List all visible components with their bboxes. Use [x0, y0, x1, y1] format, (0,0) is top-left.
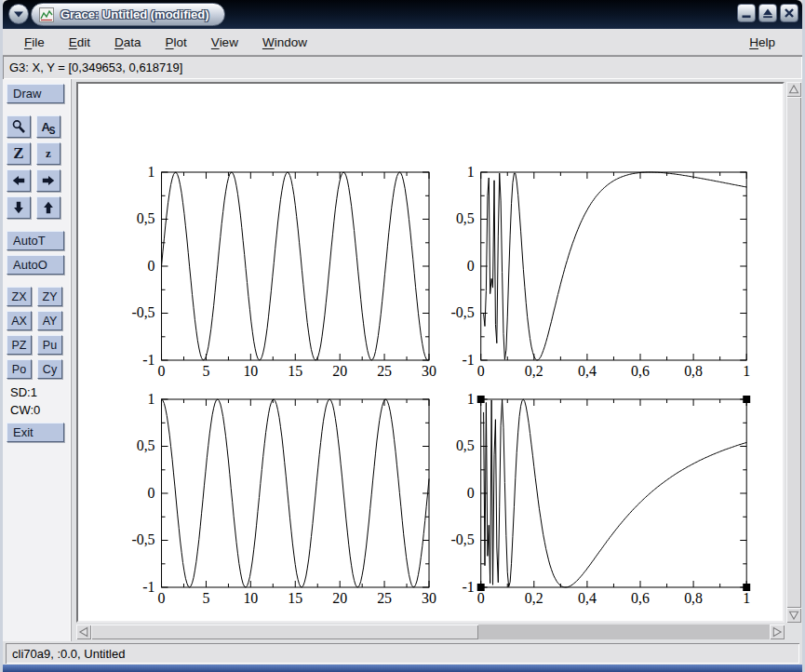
horizontal-scrollbar-thumb[interactable] — [91, 625, 478, 639]
graph-frame — [481, 399, 746, 587]
scrollbar-down-button[interactable] — [786, 608, 801, 623]
scrollbar-right-button[interactable] — [770, 625, 785, 639]
pz-button[interactable]: PZ — [7, 335, 32, 355]
x-tick-label: 0 — [477, 590, 485, 606]
x-tick-label: 0,2 — [525, 363, 543, 379]
curve-cos(x) — [162, 399, 429, 587]
x-tick-label: 15 — [288, 590, 302, 606]
curve-cos(1/x) — [484, 399, 747, 587]
selection-handle[interactable] — [477, 396, 485, 403]
zy-button[interactable]: ZY — [37, 287, 62, 306]
window-menu-button[interactable] — [8, 4, 29, 24]
grace-window: Grace: Untitled (modified) FileEditDataP… — [0, 0, 805, 672]
vertical-scrollbar[interactable] — [786, 82, 801, 623]
y-tick-label: -1 — [463, 579, 475, 595]
y-tick-label: -1 — [142, 352, 154, 368]
triangle-right-icon — [771, 626, 783, 638]
window-controls — [737, 4, 798, 22]
cw-label: CW:0 — [7, 401, 71, 419]
menu-view[interactable]: View — [199, 35, 250, 49]
x-tick-label: 0,6 — [631, 590, 650, 606]
exit-button[interactable]: Exit — [7, 423, 64, 442]
maximize-button[interactable] — [758, 4, 777, 22]
menu-file[interactable]: File — [12, 35, 57, 49]
window-title: Grace: Untitled (modified) — [60, 7, 209, 21]
autoo-button[interactable]: AutoO — [7, 255, 64, 275]
triangle-down-icon — [788, 610, 799, 621]
y-tick-label: 1 — [467, 391, 475, 407]
minimize-button[interactable] — [737, 4, 756, 22]
scrollbar-left-button[interactable] — [76, 625, 91, 639]
curve-sin(1/x) — [484, 172, 747, 360]
zx-button[interactable]: ZX — [7, 287, 32, 306]
magnifier-icon — [11, 119, 27, 135]
menu-window[interactable]: Window — [250, 35, 319, 49]
grace-app-icon — [39, 7, 54, 22]
x-tick-label: 10 — [243, 363, 258, 379]
selection-handle[interactable] — [477, 584, 485, 591]
ax-button[interactable]: AX — [7, 311, 32, 330]
graph-frame — [162, 399, 429, 587]
title-bar[interactable]: Grace: Untitled (modified) — [3, 0, 802, 29]
scroll-down-tool-button[interactable] — [7, 196, 31, 219]
selection-handle[interactable] — [743, 584, 750, 591]
locator-bar: G3: X, Y = [0,349653, 0,618719] — [3, 56, 802, 79]
pu-button[interactable]: Pu — [37, 335, 62, 355]
zoom-out-button[interactable]: z — [36, 142, 60, 165]
arrow-down-icon — [11, 200, 26, 215]
x-tick-label: 0,4 — [578, 590, 597, 606]
close-icon — [784, 7, 795, 19]
y-tick-label: -0,5 — [131, 304, 154, 320]
scroll-right-button[interactable] — [36, 169, 60, 192]
toolbar: Draw AS Z z — [3, 79, 72, 641]
menu-edit[interactable]: Edit — [57, 35, 102, 49]
x-tick-label: 30 — [422, 363, 436, 379]
y-tick-label: 0,5 — [137, 210, 155, 226]
close-button[interactable] — [780, 4, 798, 22]
title-capsule[interactable]: Grace: Untitled (modified) — [31, 3, 225, 26]
scroll-left-button[interactable] — [7, 169, 31, 192]
x-tick-label: 25 — [377, 590, 392, 606]
graph-G3[interactable]: 00,20,40,60,81-1-0,500,51 — [451, 391, 751, 606]
menu-data[interactable]: Data — [102, 35, 154, 49]
graph-G1[interactable]: 00,20,40,60,81-1-0,500,51 — [451, 164, 751, 379]
y-tick-label: 0 — [148, 258, 155, 274]
graph-G2[interactable]: 051015202530-1-0,500,51 — [131, 391, 436, 606]
ay-button[interactable]: AY — [37, 311, 62, 330]
y-tick-label: 1 — [148, 164, 155, 180]
x-tick-label: 0,6 — [631, 363, 650, 379]
y-tick-label: 0 — [467, 258, 475, 274]
window-bottom-border — [3, 665, 802, 672]
y-tick-label: 0,5 — [137, 437, 155, 453]
zoom-tool-button[interactable] — [7, 115, 31, 138]
po-button[interactable]: Po — [7, 359, 32, 379]
x-tick-label: 0,2 — [525, 590, 543, 606]
graph-G0[interactable]: 051015202530-1-0,500,51 — [131, 164, 436, 379]
triangle-up-icon — [788, 84, 799, 95]
x-tick-label: 0,8 — [684, 363, 703, 379]
menu-plot[interactable]: Plot — [154, 35, 199, 49]
y-tick-label: -0,5 — [451, 304, 475, 320]
plot-canvas[interactable]: 051015202530-1-0,500,5100,20,40,60,81-1-… — [76, 82, 785, 623]
arrow-right-icon — [41, 173, 56, 188]
y-tick-label: 1 — [148, 391, 155, 407]
x-tick-label: 0,8 — [684, 590, 703, 606]
y-tick-label: -1 — [463, 352, 475, 368]
autoscale-button[interactable]: AS — [36, 115, 60, 138]
selection-handle[interactable] — [743, 396, 750, 403]
horizontal-scrollbar[interactable] — [76, 625, 785, 639]
autot-button[interactable]: AutoT — [7, 231, 64, 250]
zoom-in-button[interactable]: Z — [7, 142, 31, 165]
vertical-scrollbar-thumb[interactable] — [786, 97, 801, 608]
x-tick-label: 5 — [202, 590, 209, 606]
y-tick-label: -0,5 — [131, 531, 154, 547]
status-bar: cli70a9, :0.0, Untitled — [6, 643, 799, 664]
cy-button[interactable]: Cy — [37, 359, 62, 379]
menu-help[interactable]: Help — [737, 35, 787, 49]
draw-button[interactable]: Draw — [7, 84, 64, 103]
y-tick-label: 0 — [467, 485, 475, 501]
scrollbar-up-button[interactable] — [786, 82, 801, 97]
scroll-up-tool-button[interactable] — [36, 196, 60, 219]
x-tick-label: 20 — [332, 590, 347, 606]
sd-label: SD:1 — [7, 383, 71, 401]
